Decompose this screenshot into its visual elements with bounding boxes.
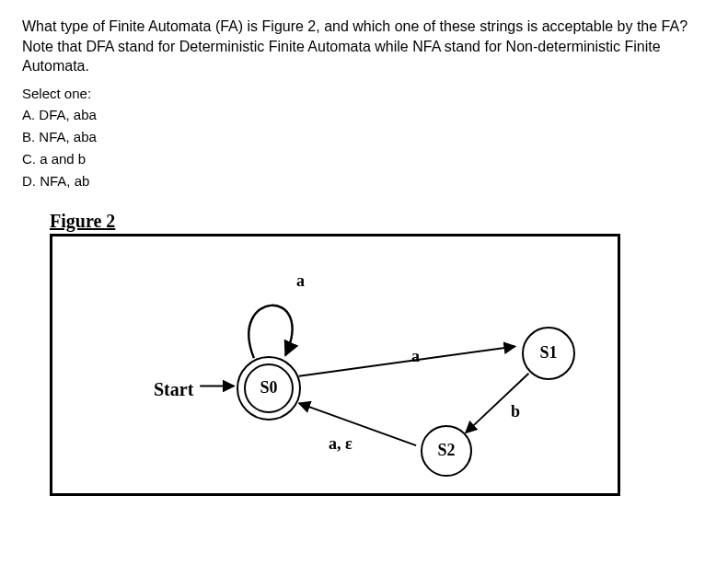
state-s0: S0 (244, 363, 294, 413)
edge-label-s1-s2: b (511, 402, 520, 421)
option-c[interactable]: C. a and b (22, 151, 706, 167)
edge-label-self-a: a (296, 271, 305, 291)
option-a[interactable]: A. DFA, aba (22, 107, 706, 122)
state-s2: S2 (421, 425, 472, 477)
edge-label-s2-s0: a, ε (329, 434, 352, 454)
question-text: What type of Finite Automata (FA) is Fig… (22, 17, 706, 76)
svg-line-1 (299, 346, 515, 375)
options-group: A. DFA, aba B. NFA, aba C. a and b D. NF… (22, 107, 706, 189)
option-d[interactable]: D. NFA, ab (22, 173, 706, 189)
edge-label-s0-s1: a (411, 347, 420, 366)
select-one-label: Select one: (22, 86, 706, 101)
figure-title: Figure 2 (50, 211, 706, 232)
figure-diagram: Start S0 S1 S2 a a b a, ε (50, 234, 620, 496)
state-s1: S1 (522, 327, 575, 380)
svg-line-3 (299, 403, 416, 445)
option-b[interactable]: B. NFA, aba (22, 129, 706, 144)
start-label: Start (154, 379, 193, 400)
